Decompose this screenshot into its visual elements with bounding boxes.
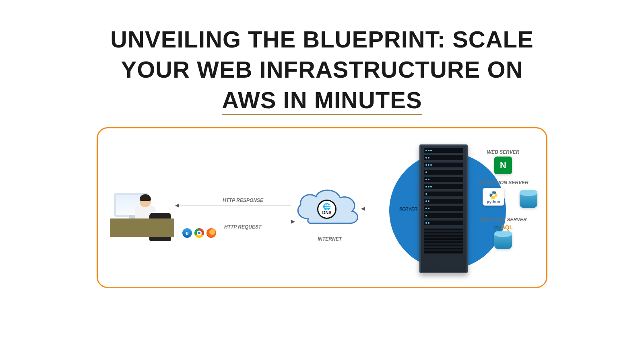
cloud-server-arrowhead-left-icon — [361, 207, 365, 211]
http-response-label: HTTP RESPONSE — [223, 198, 263, 203]
http-response-arrowhead-icon — [175, 204, 179, 208]
server-label: SERVER — [399, 206, 417, 211]
rack-vent-icon — [424, 229, 463, 254]
architecture-diagram: HTTP RESPONSE HTTP REQUEST 🌐 DNS INTERNE… — [97, 127, 547, 288]
server-rack-icon — [419, 144, 468, 273]
http-request-label: HTTP REQUEST — [224, 224, 261, 230]
internet-label: INTERNET — [318, 236, 342, 242]
ie-icon — [182, 228, 192, 238]
python-label: python — [487, 200, 500, 204]
desk-icon — [110, 218, 174, 237]
app-database-icon — [520, 190, 537, 208]
title-line-1: UNVEILING THE BLUEPRINT: SCALE — [110, 26, 534, 52]
title-highlight: AWS IN MINUTES — [222, 87, 422, 115]
dns-badge: 🌐 DNS — [317, 200, 336, 219]
firefox-icon — [206, 228, 216, 238]
globe-icon: 🌐 — [323, 204, 331, 210]
nginx-icon — [494, 157, 512, 174]
mysql-database-icon — [494, 231, 512, 249]
python-icon: python — [483, 188, 504, 206]
title-line-2: YOUR WEB INFRASTRUCTURE ON — [121, 56, 523, 82]
browser-icons-group — [182, 228, 216, 238]
page-title: UNVEILING THE BLUEPRINT: SCALE YOUR WEB … — [0, 0, 644, 119]
mysql-group: MySQL — [469, 224, 537, 249]
app-server-group: python — [469, 187, 537, 211]
client-user-illustration — [110, 185, 174, 237]
person-hair-icon — [140, 194, 151, 201]
database-server-label: DATABASE SERVER — [469, 217, 537, 223]
http-request-arrow — [215, 222, 292, 222]
mysql-logo-text: MySQL — [493, 224, 513, 231]
mysql-sql: SQL — [501, 224, 513, 231]
http-response-arrow — [178, 206, 291, 206]
chrome-icon — [194, 228, 204, 238]
server-stack-column: WEB SERVER APLICATION SERVER python DATA… — [469, 149, 537, 249]
dns-label: DNS — [322, 210, 331, 215]
mysql-my: My — [493, 224, 501, 231]
stack-separator — [542, 148, 542, 276]
application-server-label: APLICATION SERVER — [469, 180, 537, 185]
web-server-label: WEB SERVER — [469, 149, 537, 155]
